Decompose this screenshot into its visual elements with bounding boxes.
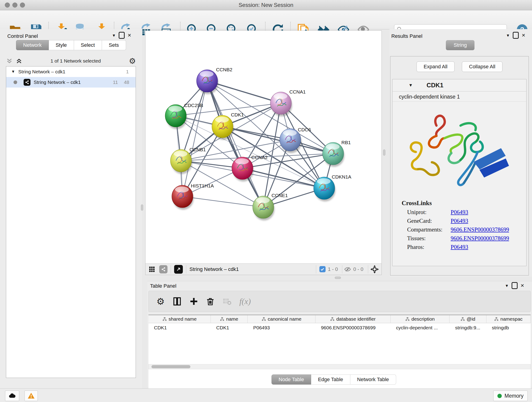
network-node-CDK1[interactable] [212,115,234,140]
create-column-icon[interactable] [190,297,198,306]
warning-icon [27,392,35,400]
selected-checkbox-icon[interactable] [319,266,326,272]
table-panel-close-icon[interactable]: ✕ [519,282,526,289]
network-edge-CCNB2-CCNE1[interactable] [207,81,263,207]
network-edge-count: 48 [124,80,129,85]
network-node-CCNB1[interactable] [171,149,192,174]
network-node-CDKN1A[interactable] [314,177,336,201]
column-header--id[interactable]: @id [450,315,486,323]
tab-network[interactable]: Network [16,40,49,50]
network-edge-HIST1H1A-CCNE1[interactable] [182,196,263,207]
tab-select[interactable]: Select [74,40,102,50]
network-node-CDC6[interactable] [280,128,302,153]
results-panel-close-icon[interactable]: ✕ [520,32,527,39]
crosslink-link[interactable]: P06493 [451,218,468,224]
column-header-namespac[interactable]: namespac [486,315,531,323]
crosslink-link[interactable]: 9606.ENSP00000378699 [451,226,509,233]
tab-edge-table[interactable]: Edge Table [311,375,350,385]
collection-label: String Network – cdk1 [18,69,126,75]
memory-button[interactable]: Memory [493,390,528,401]
table-cell[interactable]: CDK1 [211,323,248,332]
collapse-all-button[interactable]: Collapse All [462,61,502,72]
network-node-CDC25B[interactable] [165,104,187,129]
table-panel-menu-icon[interactable]: ▾ [503,282,511,289]
network-row[interactable]: String Network – cdk1 11 48 [6,77,136,88]
crosslink-row: Uniprot:P06493 [407,209,526,216]
network-edge-CCNB2-HIST1H1A[interactable] [182,81,207,196]
selected-node-edge-counts: 1 - 0 [328,266,338,272]
network-selection-status: 1 of 1 Network selected [22,58,129,64]
birds-eye-view-icon[interactable] [149,266,155,273]
bottom-splitter-grip[interactable] [335,277,341,279]
results-panel-menu-icon[interactable]: ▾ [504,32,512,39]
crosslink-row: Compartments:9606.ENSP00000378699 [407,226,526,233]
expand-all-icon[interactable] [16,57,22,64]
control-panel-float-icon[interactable] [118,32,126,39]
tab-sets[interactable]: Sets [102,40,126,50]
column-header-description[interactable]: description [391,315,450,323]
network-node-HIST1H1A[interactable] [172,185,194,210]
table-cell[interactable]: stringdb:9... [450,323,486,332]
results-panel-title: Results Panel [391,33,423,39]
table-cell[interactable]: stringdb [486,323,531,332]
table-cell[interactable]: P06493 [248,323,316,332]
tab-style[interactable]: Style [49,40,74,50]
gene-collapse-icon[interactable]: ▼ [409,83,413,88]
open-in-new-window-icon[interactable] [174,265,183,274]
control-panel-close-icon[interactable]: ✕ [126,32,133,39]
network-node-CCNE1[interactable] [253,196,274,220]
table-panel-float-icon[interactable] [511,282,519,289]
warning-status-button[interactable] [25,390,38,401]
column-header-shared-name[interactable]: shared name [148,315,211,323]
table-cell[interactable]: 9606.ENSP00000378699 [316,323,391,332]
table-row[interactable]: CDK1CDK1P064939606.ENSP00000378699cyclin… [148,323,531,332]
crosslink-link[interactable]: P06493 [451,209,468,216]
column-header-name[interactable]: name [211,315,248,323]
delete-column-icon[interactable] [206,297,215,306]
crosslink-row: GeneCard:P06493 [407,218,526,224]
tab-node-table[interactable]: Node Table [272,375,311,385]
network-view-toolbar: String Network – cdk1 1 - 0 0 - 0 [146,263,381,275]
node-label-CDC25B: CDC25B [184,103,203,108]
results-panel-float-icon[interactable] [512,32,520,39]
navigator-crosshair-icon[interactable] [370,265,379,274]
table-horizontal-scrollbar[interactable] [148,364,531,369]
network-node-RB1[interactable] [323,142,344,167]
control-panel: Control Panel ▾ ✕ NetworkStyleSelectSets… [0,29,142,389]
network-options-gear-icon[interactable]: ⚙ [129,57,136,65]
cloud-status-button[interactable] [5,390,19,401]
crosslink-link[interactable]: P06493 [451,244,468,250]
control-panel-menu-icon[interactable]: ▾ [110,32,118,39]
show-columns-icon[interactable] [172,297,182,306]
collapse-all-icon[interactable] [6,57,13,64]
table-cell[interactable]: CDK1 [148,323,211,332]
delete-table-icon [222,297,232,306]
network-node-CCNB2[interactable] [196,70,218,94]
string-network-icon [24,79,31,86]
control-panel-title: Control Panel [7,33,38,39]
table-options-gear-icon[interactable]: ⚙ [157,297,165,306]
scrollbar-thumb[interactable] [152,365,190,368]
results-tab-string[interactable]: String [446,40,475,50]
network-collection-row[interactable]: ▼ String Network – cdk1 1 [6,66,136,77]
network-node-CCNA1[interactable] [270,92,292,116]
collection-expander-icon[interactable]: ▼ [11,70,15,74]
column-header-database-identifier[interactable]: database identifier [316,315,391,323]
cytoscape-window: Session: New Session [0,0,532,402]
crosslink-label: Tissues: [407,235,451,242]
collection-count: 1 [126,69,129,75]
column-attribute-icon [220,317,224,321]
node-label-CCNB1: CCNB1 [190,147,206,152]
network-canvas[interactable]: CCNB2CCNA1CDC25BCDK1CDC6RB1CCNB1CCNA2CDK… [146,31,381,264]
right-splitter-grip[interactable] [383,149,385,156]
expand-all-button[interactable]: Expand All [417,61,455,72]
string-view-icon[interactable] [159,265,167,274]
left-splitter-grip[interactable] [141,204,143,211]
column-attribute-icon [461,317,465,321]
table-cell[interactable]: cyclin-dependent ... [391,323,450,332]
column-attribute-icon [262,317,266,321]
network-node-CCNA2[interactable] [232,157,254,182]
crosslink-link[interactable]: 9606.ENSP00000378699 [451,235,509,242]
column-header-canonical-name[interactable]: canonical name [248,315,316,323]
tab-network-table[interactable]: Network Table [350,375,396,385]
